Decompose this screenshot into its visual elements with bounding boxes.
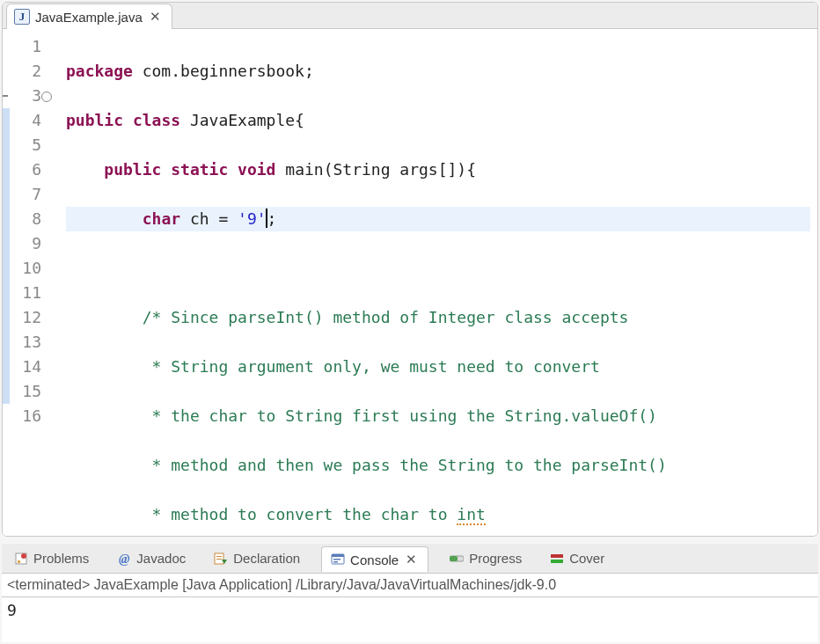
tab-coverage[interactable]: Cover (543, 547, 611, 569)
line-number: 16 (3, 404, 50, 428)
close-icon[interactable]: ✕ (404, 552, 419, 567)
tab-javadoc[interactable]: @ Javadoc (110, 547, 193, 569)
code-token: * method and then we pass the String to … (143, 456, 667, 474)
line-number: 5 (3, 133, 50, 157)
editor-tabstrip: J JavaExample.java ✕ (3, 3, 817, 29)
javadoc-icon: @ (117, 552, 131, 566)
line-number: 7 (3, 182, 50, 207)
svg-rect-13 (551, 560, 563, 563)
console-output[interactable]: 9 (2, 597, 818, 623)
code-token: class (133, 111, 180, 129)
console-launch-info: <terminated> JavaExample [Java Applicati… (2, 574, 818, 597)
code-token: main(String args[]){ (275, 160, 476, 179)
code-token: JavaExample{ (180, 111, 304, 129)
code-token: int (457, 505, 486, 525)
line-number: 11 (3, 281, 50, 305)
code-token: public (104, 160, 161, 179)
code-editor[interactable]: 1 2 3 4 5 6 7 8 9 10 11 12 13 14 15 16 p… (3, 29, 817, 536)
line-number: 2 (3, 59, 50, 84)
code-token: ch = (180, 209, 238, 228)
code-token: void (238, 160, 275, 179)
svg-rect-8 (333, 559, 340, 560)
svg-rect-4 (216, 556, 222, 557)
views-tabstrip: Problems @ Javadoc Declaration Console ✕… (2, 544, 818, 574)
line-number: 3 (3, 84, 50, 108)
tab-problems[interactable]: Problems (7, 547, 96, 569)
code-token: * the char to String first using the Str… (143, 406, 657, 425)
tab-label: Console (350, 553, 399, 567)
text-caret (266, 209, 267, 228)
code-body[interactable]: package com.beginnersbook; public class … (55, 29, 817, 536)
line-number: 8 (3, 207, 50, 231)
editor-tab-label: JavaExample.java (35, 10, 143, 25)
tab-label: Problems (33, 551, 89, 566)
svg-rect-9 (333, 561, 338, 563)
svg-rect-5 (216, 559, 222, 560)
code-token: char (143, 209, 180, 228)
java-file-icon: J (14, 9, 30, 25)
bottom-panel: Problems @ Javadoc Declaration Console ✕… (2, 544, 818, 642)
code-token: * String argument only, we must need to … (143, 357, 600, 376)
tab-progress[interactable]: Progress (443, 547, 529, 569)
line-number: 1 (3, 34, 50, 59)
line-number: 4 (3, 108, 50, 133)
code-token: static (171, 160, 228, 179)
tab-label: Cover (569, 551, 604, 566)
declaration-icon (214, 552, 228, 566)
tab-label: Declaration (233, 551, 300, 566)
line-number: 14 (3, 355, 50, 379)
code-token: public (66, 111, 123, 129)
line-number: 13 (3, 330, 50, 355)
gutter: 1 2 3 4 5 6 7 8 9 10 11 12 13 14 15 16 (3, 29, 55, 536)
line-number: 15 (3, 379, 50, 404)
tab-declaration[interactable]: Declaration (207, 547, 307, 569)
svg-rect-7 (332, 554, 344, 557)
line-number: 12 (3, 305, 50, 330)
svg-point-2 (21, 553, 26, 559)
console-icon (331, 553, 345, 567)
coverage-icon (550, 552, 564, 566)
problems-icon (14, 552, 28, 566)
svg-rect-12 (551, 554, 563, 558)
code-token: /* Since parseInt() method of Integer cl… (143, 308, 629, 326)
editor-tab-javaexample[interactable]: J JavaExample.java ✕ (6, 4, 172, 29)
current-line: char ch = '9'; (66, 207, 810, 231)
svg-rect-11 (450, 556, 458, 561)
tab-label: Javadoc (136, 551, 186, 566)
close-icon[interactable]: ✕ (148, 9, 163, 25)
progress-icon (450, 552, 464, 566)
tab-label: Progress (469, 551, 522, 566)
svg-rect-1 (18, 560, 20, 563)
line-number: 6 (3, 157, 50, 182)
code-token: '9' (238, 209, 267, 228)
line-number: 10 (3, 256, 50, 281)
line-number: 9 (3, 231, 50, 256)
editor-panel: J JavaExample.java ✕ 1 2 3 4 5 6 7 8 9 1… (2, 2, 818, 537)
code-token: package (66, 62, 133, 80)
code-token: * method to convert the char to (143, 505, 458, 523)
tab-console[interactable]: Console ✕ (321, 546, 428, 572)
code-token: com.beginnersbook; (133, 62, 314, 80)
code-token: ; (267, 209, 277, 228)
